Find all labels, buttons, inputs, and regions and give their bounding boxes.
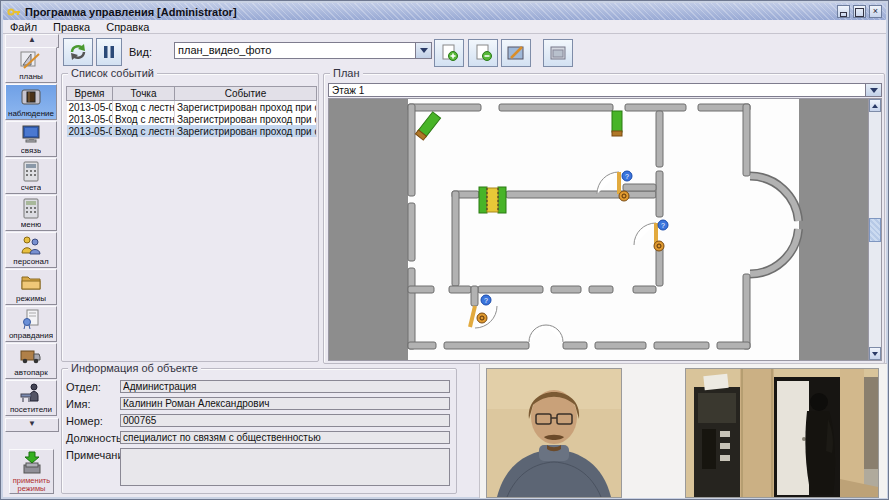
maximize-button[interactable] <box>853 5 866 18</box>
event-row[interactable]: 2013-05-0... Вход с лестницы Зарегистрир… <box>67 101 317 114</box>
floor-plan: ? ? ? <box>329 99 870 360</box>
sidebar-item-communication[interactable]: связь <box>5 121 57 157</box>
pause-icon <box>103 45 115 59</box>
event-row[interactable]: 2013-05-0... Вход с лестницы Зарегистрир… <box>67 113 317 125</box>
sidebar-item-vehicles[interactable]: автопарк <box>5 343 57 379</box>
titlebar[interactable]: Программа управления [Administrator] × <box>3 3 886 20</box>
gate-icon[interactable] <box>612 111 622 136</box>
sidebar-item-label: оправдания <box>9 331 53 340</box>
event-description: Зарегистрирован проход при открыто... <box>175 125 317 137</box>
sidebar-item-monitoring[interactable]: наблюдение <box>5 84 57 120</box>
remove-view-button[interactable] <box>468 39 498 67</box>
camera-image <box>686 369 878 497</box>
menu-file[interactable]: Файл <box>10 21 37 33</box>
edit-view-icon <box>506 43 526 63</box>
sidebar-scroll-up-button[interactable]: ▲ <box>5 34 59 48</box>
sidebar-item-label: планы <box>19 72 43 81</box>
apply-modes-button[interactable]: применить режимы <box>9 449 54 494</box>
app-key-icon <box>7 7 21 17</box>
sidebar-item-label: персонал <box>13 257 48 266</box>
events-column-header[interactable]: Время <box>67 87 113 101</box>
plans-icon <box>18 49 44 72</box>
event-time: 2013-05-0... <box>67 101 113 114</box>
badge-lock-icon <box>654 241 664 251</box>
event-time: 2013-05-0... <box>67 125 113 137</box>
layout-button[interactable] <box>543 39 573 67</box>
sidebar-item-modes[interactable]: режимы <box>5 269 57 305</box>
events-column-header[interactable]: Событие <box>175 87 317 101</box>
note-field[interactable] <box>120 448 450 486</box>
view-combobox[interactable]: план_видео_фото <box>174 42 432 59</box>
events-title: Список событий <box>68 67 157 79</box>
apply-modes-label: применить режимы <box>10 477 53 493</box>
floor-plan-canvas[interactable]: ? ? ? <box>328 98 882 361</box>
sidebar-item-plans[interactable]: планы <box>5 47 57 83</box>
maximize-icon <box>855 8 864 17</box>
svg-text:?: ? <box>484 297 488 304</box>
event-description: Зарегистрирован проход при открыто... <box>175 113 317 125</box>
event-row[interactable]: 2013-05-0... Вход с лестницы Зарегистрир… <box>67 125 317 137</box>
add-view-button[interactable] <box>434 39 464 67</box>
visitor-desk-icon <box>18 382 44 405</box>
menu-edit[interactable]: Правка <box>53 21 90 33</box>
monitoring-icon <box>18 86 44 109</box>
sidebar-item-label: счета <box>21 183 41 192</box>
sidebar-scroll-down-button[interactable]: ▼ <box>5 418 59 432</box>
pause-button[interactable] <box>96 38 122 66</box>
floor-combobox-arrow[interactable] <box>865 84 881 96</box>
plan-outside-left <box>329 99 408 360</box>
event-point: Вход с лестницы <box>113 125 175 137</box>
plan-title: План <box>330 67 363 79</box>
edit-view-button[interactable] <box>501 39 531 67</box>
sidebar-item-label: меню <box>21 220 41 229</box>
badge-lock-icon <box>619 191 629 201</box>
badge-lock-icon <box>477 313 487 323</box>
refresh-button[interactable] <box>63 38 93 66</box>
triangle-down-icon <box>872 352 878 356</box>
menubar: Файл Правка Справка <box>3 20 886 34</box>
sidebar-item-menu[interactable]: меню <box>5 195 57 231</box>
events-table: ВремяТочкаСобытие 2013-05-0... Вход с ле… <box>66 86 317 137</box>
sidebar: ▲ планы наблюдение связь счета меню перс… <box>4 34 59 496</box>
events-header-row: ВремяТочкаСобытие <box>67 87 317 101</box>
sidebar-item-label: автопарк <box>14 368 47 377</box>
sidebar-item-justifications[interactable]: оправдания <box>5 306 57 342</box>
event-time: 2013-05-0... <box>67 113 113 125</box>
floor-combobox[interactable]: Этаж 1 <box>328 83 882 97</box>
minimize-icon <box>840 12 847 17</box>
chevron-down-icon <box>420 48 428 53</box>
plan-outside-right <box>799 99 870 360</box>
document-seal-icon <box>18 308 44 331</box>
layout-icon <box>548 43 568 63</box>
scroll-up-button[interactable] <box>869 99 881 112</box>
department-field[interactable] <box>120 380 450 393</box>
computer-icon <box>18 123 44 146</box>
number-label: Номер: <box>66 415 103 427</box>
turnstile-icon[interactable] <box>479 187 506 213</box>
view-combobox-arrow[interactable] <box>415 43 431 58</box>
scroll-down-button[interactable] <box>869 347 881 360</box>
plan-scrollbar[interactable] <box>868 99 881 360</box>
sidebar-item-accounts[interactable]: счета <box>5 158 57 194</box>
apply-chip-icon <box>17 451 47 477</box>
sidebar-item-label: наблюдение <box>8 109 54 118</box>
name-field[interactable] <box>120 397 450 410</box>
close-button[interactable]: × <box>869 5 882 18</box>
position-field[interactable] <box>120 431 450 444</box>
photos-panel <box>479 363 887 498</box>
sidebar-item-visitors[interactable]: посетители <box>5 380 57 416</box>
chevron-down-icon <box>870 88 878 93</box>
number-field[interactable] <box>120 414 450 427</box>
app-window: Программа управления [Administrator] × Ф… <box>0 0 889 500</box>
minimize-button[interactable] <box>837 5 850 18</box>
event-point: Вход с лестницы <box>113 101 175 114</box>
floor-combobox-value: Этаж 1 <box>329 84 865 96</box>
view-combobox-value: план_видео_фото <box>175 43 415 58</box>
menu-help[interactable]: Справка <box>106 21 149 33</box>
scrollbar-thumb[interactable] <box>869 218 881 242</box>
name-label: Имя: <box>66 398 90 410</box>
events-column-header[interactable]: Точка <box>113 87 175 101</box>
folder-icon <box>18 271 44 294</box>
sidebar-item-personnel[interactable]: персонал <box>5 232 57 268</box>
camera-frame-photo <box>685 368 879 498</box>
